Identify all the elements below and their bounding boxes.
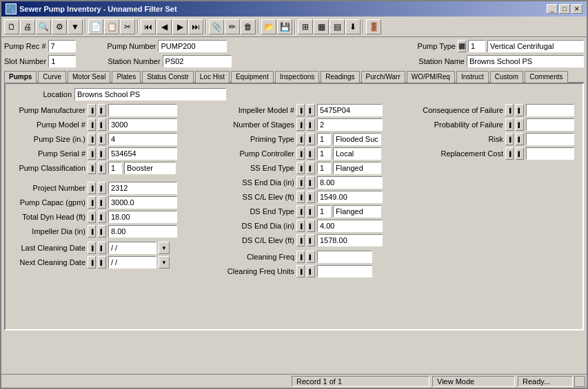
minimize-button[interactable]: _ bbox=[547, 4, 558, 14]
close-button[interactable]: ✕ bbox=[571, 4, 582, 14]
impeller-dia-input[interactable] bbox=[108, 225, 177, 238]
settings-button[interactable]: ⚙ bbox=[52, 19, 67, 34]
pump-type-input[interactable] bbox=[487, 40, 584, 52]
ds-end-btn[interactable]: ▐ bbox=[296, 205, 305, 218]
station-name-input[interactable] bbox=[467, 55, 584, 67]
ss-end-btn[interactable]: ▐ bbox=[296, 162, 305, 174]
maximize-button[interactable]: □ bbox=[559, 4, 570, 14]
open-button[interactable]: 📂 bbox=[261, 19, 276, 34]
next-clean-btn2[interactable]: ▌ bbox=[98, 256, 106, 269]
location-input[interactable] bbox=[74, 88, 226, 101]
tab-custom[interactable]: Custom bbox=[490, 71, 523, 83]
consequence-btn2[interactable]: ▌ bbox=[516, 104, 524, 116]
tab-curve[interactable]: Curve bbox=[38, 71, 66, 83]
project-num-btn[interactable]: ▐ bbox=[88, 182, 96, 194]
risk-input[interactable] bbox=[526, 133, 574, 145]
pump-manufacturer-input[interactable] bbox=[108, 104, 177, 116]
pump-capac-btn2[interactable]: ▌ bbox=[98, 196, 106, 209]
grid3-button[interactable]: ▤ bbox=[330, 19, 345, 34]
pump-mfr-btn[interactable]: ▐ bbox=[88, 104, 96, 116]
ds-cl-btn2[interactable]: ▌ bbox=[307, 234, 315, 246]
replacement-btn2[interactable]: ▌ bbox=[516, 147, 524, 160]
tab-readings[interactable]: Readings bbox=[321, 71, 359, 83]
pump-mfr-btn2[interactable]: ▌ bbox=[98, 104, 106, 116]
next-cleaning-dropdown[interactable]: ▼ bbox=[159, 256, 170, 269]
pump-class-num[interactable] bbox=[108, 162, 122, 174]
probability-btn2[interactable]: ▌ bbox=[516, 118, 524, 131]
last-cleaning-dropdown[interactable]: ▼ bbox=[159, 242, 170, 254]
grid1-button[interactable]: ⊞ bbox=[298, 19, 313, 34]
priming-input[interactable] bbox=[333, 133, 381, 145]
pump-class-input[interactable] bbox=[124, 162, 176, 174]
imp-model-btn2[interactable]: ▌ bbox=[307, 104, 315, 116]
pump-rec-input[interactable] bbox=[48, 40, 76, 52]
project-num-btn2[interactable]: ▌ bbox=[98, 182, 106, 194]
tab-equipment[interactable]: Equipment bbox=[231, 71, 274, 83]
ss-cl-btn2[interactable]: ▌ bbox=[307, 191, 315, 203]
tab-instruct[interactable]: Instruct bbox=[456, 71, 489, 83]
pump-ctrl-input[interactable] bbox=[333, 147, 381, 160]
clean-unit-btn[interactable]: ▐ bbox=[296, 265, 305, 277]
edit-button[interactable]: ✏ bbox=[225, 19, 240, 34]
last-clean-btn2[interactable]: ▌ bbox=[98, 242, 106, 254]
cleaning-freq-units-input[interactable] bbox=[317, 265, 372, 277]
tab-comments[interactable]: Comments bbox=[525, 71, 567, 83]
prev-button[interactable]: ◀ bbox=[156, 19, 172, 34]
next-clean-btn[interactable]: ▐ bbox=[88, 256, 96, 269]
probability-input[interactable] bbox=[526, 118, 574, 131]
pump-type-num[interactable] bbox=[468, 40, 485, 52]
save-button[interactable]: 💾 bbox=[277, 19, 292, 34]
project-number-input[interactable] bbox=[108, 182, 177, 194]
last-cleaning-input[interactable] bbox=[108, 242, 156, 254]
total-dyn-btn[interactable]: ▐ bbox=[88, 211, 96, 223]
ss-end-input[interactable] bbox=[333, 162, 381, 174]
ss-cl-elev-input[interactable] bbox=[317, 191, 383, 203]
num-stages-btn2[interactable]: ▌ bbox=[307, 118, 315, 131]
risk-btn2[interactable]: ▌ bbox=[516, 133, 524, 145]
pump-capac-btn[interactable]: ▐ bbox=[88, 196, 96, 209]
pump-serial-btn2[interactable]: ▌ bbox=[98, 147, 106, 160]
next-button[interactable]: ▶ bbox=[172, 19, 187, 34]
pump-serial-btn[interactable]: ▐ bbox=[88, 147, 96, 160]
tab-status-constr[interactable]: Status Constr bbox=[142, 71, 194, 83]
tab-inspections[interactable]: Inspections bbox=[275, 71, 320, 83]
pump-number-input[interactable] bbox=[158, 40, 227, 52]
pump-serial-input[interactable] bbox=[108, 147, 177, 160]
pump-ctrl-btn[interactable]: ▐ bbox=[296, 147, 305, 160]
tab-plates[interactable]: Plates bbox=[112, 71, 141, 83]
pump-size-input[interactable] bbox=[108, 133, 177, 145]
ds-end-input[interactable] bbox=[333, 205, 381, 218]
ds-end-btn2[interactable]: ▌ bbox=[307, 205, 315, 218]
tab-motor-seal[interactable]: Motor Seal bbox=[68, 71, 110, 83]
clip-button[interactable]: 📋 bbox=[104, 19, 119, 34]
priming-btn2[interactable]: ▌ bbox=[307, 133, 315, 145]
clean-unit-btn2[interactable]: ▌ bbox=[307, 265, 315, 277]
pump-size-btn[interactable]: ▐ bbox=[88, 133, 96, 145]
ds-dia-btn2[interactable]: ▌ bbox=[307, 220, 315, 232]
clean-freq-btn[interactable]: ▐ bbox=[296, 251, 305, 263]
print-button[interactable]: 🖨 bbox=[20, 19, 35, 34]
pump-size-btn2[interactable]: ▌ bbox=[98, 133, 106, 145]
cut-button[interactable]: ✂ bbox=[120, 19, 135, 34]
ss-end-btn2[interactable]: ▌ bbox=[307, 162, 315, 174]
tab-wo-pm-req[interactable]: WO/PM/Req bbox=[407, 71, 455, 83]
probability-btn[interactable]: ▐ bbox=[505, 118, 514, 131]
grid2-button[interactable]: ▦ bbox=[314, 19, 329, 34]
risk-btn[interactable]: ▐ bbox=[505, 133, 514, 145]
impeller-dia-btn2[interactable]: ▌ bbox=[98, 225, 106, 238]
search-button[interactable]: 🔍 bbox=[36, 19, 51, 34]
replacement-btn[interactable]: ▐ bbox=[505, 147, 514, 160]
ds-cl-elev-input[interactable] bbox=[317, 234, 383, 246]
exit-button[interactable]: 🚪 bbox=[366, 19, 381, 34]
pump-type-arrows[interactable]: ⬛ bbox=[458, 40, 466, 52]
last-clean-btn[interactable]: ▐ bbox=[88, 242, 96, 254]
ds-dia-btn[interactable]: ▐ bbox=[296, 220, 305, 232]
import-button[interactable]: ⬇ bbox=[345, 19, 361, 34]
priming-btn[interactable]: ▐ bbox=[296, 133, 305, 145]
priming-num[interactable] bbox=[317, 133, 331, 145]
ds-end-dia-input[interactable] bbox=[317, 220, 383, 232]
cleaning-freq-input[interactable] bbox=[317, 251, 372, 263]
clean-freq-btn2[interactable]: ▌ bbox=[307, 251, 315, 263]
ss-cl-btn[interactable]: ▐ bbox=[296, 191, 305, 203]
consequence-btn[interactable]: ▐ bbox=[505, 104, 514, 116]
